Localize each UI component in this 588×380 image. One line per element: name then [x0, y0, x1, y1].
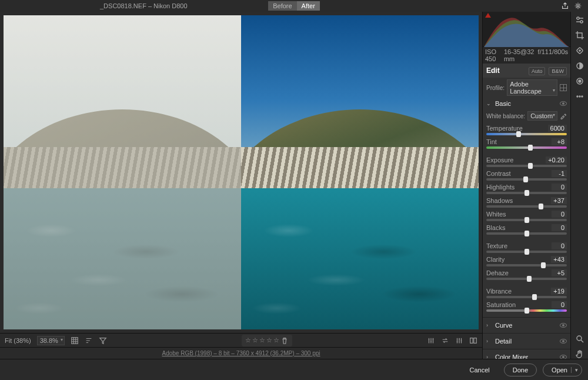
- slider-thumb[interactable]: [516, 131, 521, 137]
- texture-slider[interactable]: Texture0: [486, 242, 567, 253]
- slider-thumb[interactable]: [532, 294, 537, 300]
- highlights-slider[interactable]: Highlights0: [486, 184, 567, 194]
- before-after-toggle[interactable]: Before After: [268, 1, 320, 11]
- sliders-icon[interactable]: [455, 336, 463, 345]
- after-tab[interactable]: After: [297, 1, 320, 11]
- slider-thumb[interactable]: [524, 249, 529, 255]
- shadows-slider[interactable]: Shadows+37: [486, 197, 567, 208]
- slider-track[interactable]: [486, 219, 567, 221]
- vibrance-slider[interactable]: Vibrance+19: [486, 288, 567, 298]
- slider-value[interactable]: +19: [551, 288, 567, 295]
- tint-slider[interactable]: Tint+8: [486, 138, 567, 149]
- adjust-icon[interactable]: [427, 336, 435, 345]
- filter-icon[interactable]: [99, 336, 107, 345]
- slider-value[interactable]: 0: [552, 184, 567, 191]
- trash-icon[interactable]: [280, 336, 289, 345]
- visibility-icon[interactable]: [560, 339, 567, 344]
- slider-value[interactable]: 0: [552, 242, 567, 249]
- star-icon[interactable]: ☆: [252, 336, 258, 344]
- slider-track[interactable]: [486, 278, 567, 280]
- eyedropper-icon[interactable]: [560, 112, 567, 119]
- presets-icon[interactable]: [575, 92, 584, 101]
- sort-icon[interactable]: [85, 336, 93, 345]
- star-icon[interactable]: ☆: [266, 336, 272, 344]
- curve-section[interactable]: ›Curve: [483, 317, 570, 333]
- slider-value[interactable]: +43: [551, 256, 567, 263]
- slider-thumb[interactable]: [524, 190, 529, 196]
- whites-slider[interactable]: Whites0: [486, 211, 567, 221]
- slider-thumb[interactable]: [527, 276, 532, 282]
- star-icon[interactable]: ☆: [259, 336, 265, 344]
- redeye-icon[interactable]: [575, 76, 584, 86]
- detail-section[interactable]: ›Detail: [483, 333, 570, 349]
- edit-sliders-icon[interactable]: [575, 15, 584, 25]
- fit-label[interactable]: Fit (38%): [5, 337, 31, 344]
- slider-value[interactable]: 0: [552, 224, 567, 231]
- clarity-slider[interactable]: Clarity+43: [486, 256, 567, 266]
- slider-thumb[interactable]: [528, 145, 533, 151]
- slider-value[interactable]: +0.20: [546, 156, 567, 164]
- zoom-icon[interactable]: [575, 334, 584, 344]
- slider-track[interactable]: [486, 205, 567, 208]
- grid-icon[interactable]: [71, 336, 79, 345]
- before-tab[interactable]: Before: [268, 1, 296, 11]
- mask-icon[interactable]: [575, 61, 584, 71]
- crop-icon[interactable]: [575, 31, 584, 40]
- slider-value[interactable]: +8: [552, 138, 567, 145]
- exposure-slider[interactable]: Exposure+0.20: [486, 156, 567, 167]
- slider-track[interactable]: [486, 133, 567, 135]
- visibility-icon[interactable]: [560, 323, 567, 328]
- wb-select[interactable]: Custom: [527, 111, 557, 121]
- bw-button[interactable]: B&W: [549, 67, 567, 75]
- profile-browser-icon[interactable]: [560, 84, 567, 91]
- image-canvas[interactable]: [0, 12, 482, 333]
- star-icon[interactable]: ☆: [273, 336, 279, 344]
- blacks-slider[interactable]: Blacks0: [486, 224, 567, 235]
- temperature-slider[interactable]: Temperature6000: [486, 125, 567, 135]
- slider-value[interactable]: +37: [551, 197, 567, 204]
- hand-icon[interactable]: [575, 349, 584, 359]
- histogram[interactable]: [483, 12, 570, 47]
- gear-icon[interactable]: [574, 2, 582, 10]
- color-mixer-section[interactable]: ›Color Mixer: [483, 349, 570, 359]
- visibility-icon[interactable]: [560, 355, 567, 359]
- dehaze-slider[interactable]: Dehaze+5: [486, 269, 567, 280]
- slider-value[interactable]: 6000: [548, 125, 567, 132]
- slider-thumb[interactable]: [524, 217, 529, 223]
- image-info[interactable]: Adobe RGB (1998) – 8 bit – 7360 x 4912 (…: [162, 350, 320, 356]
- slider-thumb[interactable]: [523, 176, 528, 182]
- rating-stars[interactable]: ☆☆☆☆☆: [242, 335, 292, 346]
- slider-track[interactable]: [486, 264, 567, 266]
- zoom-select[interactable]: 38.8%: [37, 336, 65, 345]
- auto-button[interactable]: Auto: [529, 67, 546, 75]
- visibility-icon[interactable]: [560, 101, 567, 106]
- slider-value[interactable]: 0: [552, 301, 567, 308]
- slider-thumb[interactable]: [541, 262, 546, 268]
- slider-track[interactable]: [486, 192, 567, 194]
- share-icon[interactable]: [561, 2, 569, 10]
- slider-track[interactable]: [486, 178, 567, 181]
- slider-track[interactable]: [486, 146, 567, 149]
- cancel-button[interactable]: Cancel: [462, 364, 498, 376]
- slider-thumb[interactable]: [524, 308, 529, 314]
- slider-track[interactable]: [486, 165, 567, 167]
- done-button[interactable]: Done: [504, 364, 537, 376]
- contrast-slider[interactable]: Contrast-1: [486, 170, 567, 181]
- slider-track[interactable]: [486, 251, 567, 253]
- slider-thumb[interactable]: [528, 163, 533, 169]
- slider-thumb[interactable]: [524, 231, 529, 236]
- star-icon[interactable]: ☆: [245, 336, 251, 344]
- slider-value[interactable]: +5: [552, 269, 567, 276]
- compare-icon[interactable]: [469, 336, 477, 345]
- slider-track[interactable]: [486, 309, 567, 312]
- open-button[interactable]: Open: [543, 364, 582, 376]
- swap-icon[interactable]: [441, 336, 449, 345]
- slider-thumb[interactable]: [539, 204, 543, 209]
- profile-select[interactable]: Adobe Landscape: [507, 79, 557, 96]
- slider-track[interactable]: [486, 296, 567, 298]
- slider-track[interactable]: [486, 232, 567, 235]
- slider-value[interactable]: -1: [552, 170, 567, 177]
- heal-icon[interactable]: [575, 46, 584, 55]
- slider-value[interactable]: 0: [552, 211, 567, 218]
- basic-section-header[interactable]: ⌄ Basic: [483, 98, 570, 109]
